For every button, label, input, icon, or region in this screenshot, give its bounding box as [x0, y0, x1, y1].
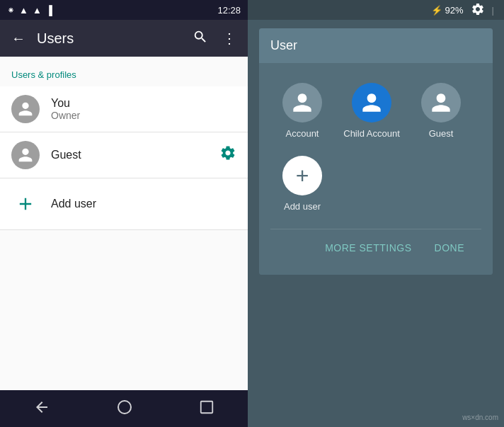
guest-settings-icon[interactable] [219, 144, 236, 166]
search-icon[interactable] [193, 29, 208, 48]
dialog-title: User [270, 38, 297, 52]
svg-point-0 [118, 401, 131, 414]
done-button[interactable]: DONE [423, 235, 476, 261]
battery-percent: 92% [445, 5, 464, 16]
user-info-you: You Owner [51, 97, 236, 121]
user-name-you: You [51, 97, 236, 110]
user-role-you: Owner [51, 110, 236, 121]
signal-icon: ▲ [19, 5, 28, 16]
left-panel: ⁕ ▲ ▲ ▐ 12:28 ← Users ⋮ Users & profiles [0, 0, 248, 427]
home-nav-button[interactable] [116, 399, 133, 419]
user-item-you[interactable]: You Owner [0, 86, 248, 132]
more-settings-button[interactable]: MORE SETTINGS [314, 235, 423, 261]
app-bar-icons: ⋮ [193, 29, 236, 48]
users-content: Users & profiles You Owner Guest [0, 57, 248, 390]
battery-icon: ▐ [46, 5, 52, 16]
back-button[interactable]: ← [11, 30, 25, 47]
back-nav-button[interactable] [33, 399, 50, 419]
option-add-user[interactable]: + Add user [270, 150, 334, 217]
add-user-circle-icon: + [282, 156, 322, 195]
section-header-text: Users & profiles [11, 69, 76, 80]
page-title: Users [37, 30, 181, 47]
recents-nav-button[interactable] [199, 399, 214, 419]
option-label-child: Child Account [343, 128, 400, 139]
battery-charging-icon: ⚡ [431, 5, 442, 16]
wifi-icon: ▲ [33, 5, 42, 16]
option-child-account[interactable]: Child Account [340, 77, 403, 144]
app-bar: ← Users ⋮ [0, 20, 248, 57]
user-item-guest[interactable]: Guest [0, 132, 248, 178]
settings-icon[interactable] [471, 2, 485, 18]
user-options-grid: Account Child Account Guest [270, 77, 481, 217]
watermark: ws×dn.com [462, 414, 498, 421]
right-panel: ⚡ 92% | User Account [248, 0, 504, 427]
user-dialog: User Account Child Account [259, 28, 493, 275]
section-header: Users & profiles [0, 57, 248, 86]
option-account[interactable]: Account [270, 77, 334, 144]
status-bar-left: ⁕ ▲ ▲ ▐ 12:28 [0, 0, 248, 20]
add-user-item[interactable]: Add user [0, 178, 248, 230]
bluetooth-icon: ⁕ [7, 5, 15, 16]
dialog-title-bar: User [259, 28, 493, 63]
dialog-body: Account Child Account Guest [259, 63, 493, 275]
divider-icon: | [492, 5, 494, 16]
avatar-guest [11, 141, 40, 169]
battery-info: ⚡ 92% [431, 5, 464, 16]
option-avatar-guest [421, 83, 461, 123]
dialog-actions: MORE SETTINGS DONE [270, 229, 481, 263]
status-icons: ⁕ ▲ ▲ ▐ [7, 5, 52, 16]
user-info-guest: Guest [51, 149, 219, 161]
time-display: 12:28 [217, 5, 241, 16]
svg-rect-1 [201, 401, 213, 413]
option-label-add-user: Add user [284, 201, 321, 212]
add-user-icon [11, 190, 40, 218]
option-label-guest: Guest [429, 128, 454, 139]
more-options-icon[interactable]: ⋮ [222, 30, 236, 47]
option-guest[interactable]: Guest [409, 77, 473, 144]
option-label-account: Account [286, 128, 319, 139]
right-status-bar: ⚡ 92% | [248, 0, 504, 20]
add-user-label: Add user [51, 198, 96, 210]
option-avatar-child [352, 83, 391, 123]
option-avatar-account [282, 83, 322, 123]
nav-bar [0, 390, 248, 427]
user-name-guest: Guest [51, 149, 219, 161]
avatar-you [11, 95, 40, 123]
